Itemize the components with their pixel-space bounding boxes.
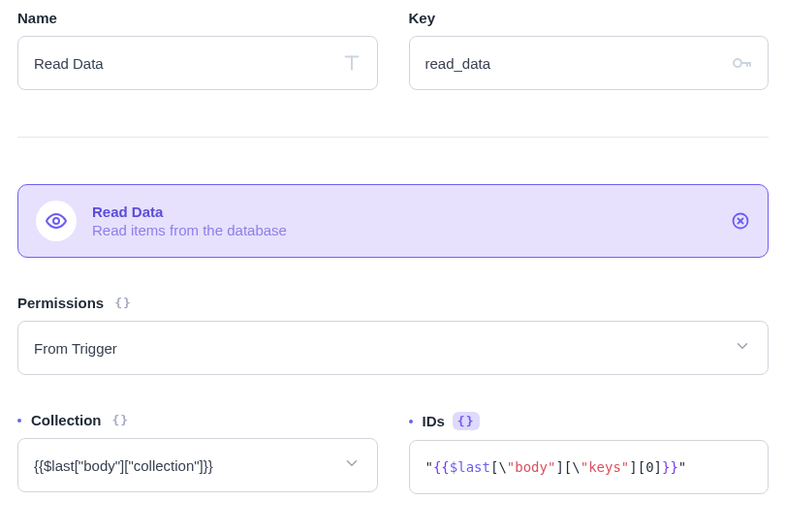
collection-label: Collection (31, 412, 102, 428)
eye-icon (36, 201, 77, 241)
permissions-select[interactable] (17, 321, 769, 375)
operation-title: Read Data (92, 203, 715, 220)
key-label: Key (409, 10, 770, 26)
collection-select[interactable] (17, 438, 378, 492)
braces-icon[interactable]: {} (110, 412, 133, 428)
close-icon[interactable] (731, 211, 750, 231)
ids-input[interactable]: "{{$last[\"body"][\"keys"][0]}}" (409, 440, 770, 494)
text-icon (341, 52, 362, 74)
name-label: Name (17, 10, 378, 26)
divider (17, 137, 769, 138)
required-dot (409, 420, 413, 423)
required-dot (17, 419, 21, 422)
braces-icon[interactable]: {} (111, 295, 135, 311)
operation-description: Read items from the database (92, 222, 715, 238)
braces-icon[interactable]: {} (453, 412, 480, 430)
permissions-label: Permissions (17, 295, 104, 311)
name-input[interactable] (17, 36, 378, 90)
ids-label: IDs (423, 413, 445, 429)
svg-point-0 (734, 59, 741, 67)
key-icon (730, 51, 753, 75)
key-input[interactable] (409, 36, 770, 90)
operation-card[interactable]: Read Data Read items from the database (17, 184, 769, 258)
svg-point-1 (53, 218, 59, 224)
